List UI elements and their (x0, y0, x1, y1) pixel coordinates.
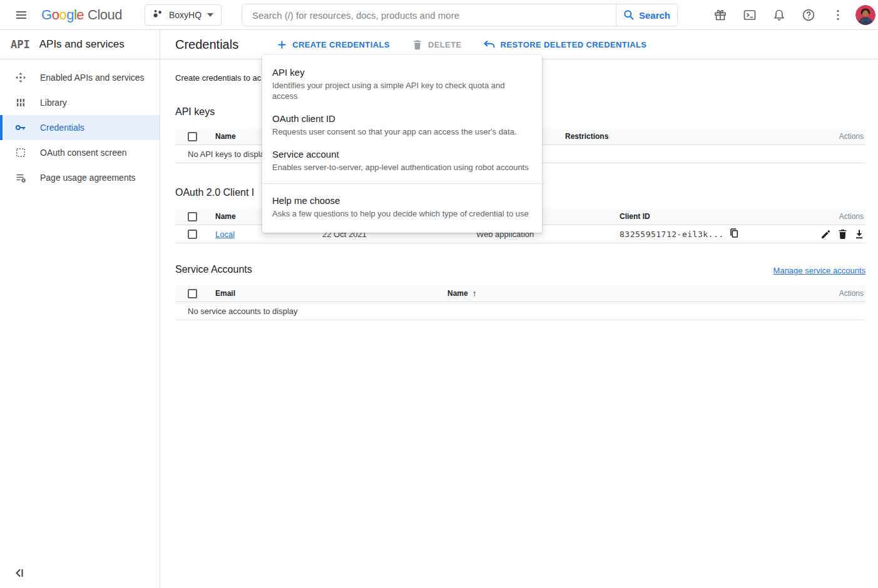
hamburger-menu-icon[interactable] (14, 8, 29, 23)
menu-item-title: OAuth client ID (272, 113, 532, 125)
search-input[interactable] (242, 4, 616, 26)
google-cloud-console: Google Cloud BoxyHQ Search (0, 0, 878, 588)
copy-icon[interactable] (729, 228, 739, 240)
menu-item-api-key[interactable]: API key Identifies your project using a … (262, 61, 542, 107)
logo-letter: g (66, 7, 74, 23)
column-header-actions: Actions (808, 132, 865, 141)
notifications-icon[interactable] (772, 8, 787, 23)
menu-divider (262, 183, 542, 184)
page-title: Credentials (175, 38, 238, 52)
service-accounts-empty-row: No service accounts to display (175, 302, 865, 320)
sidebar-item-page-usage[interactable]: Page usage agreements (0, 165, 160, 190)
more-vertical-icon[interactable] (830, 8, 845, 23)
sidebar-item-library[interactable]: Library (0, 90, 160, 115)
search-button-label: Search (639, 10, 670, 21)
top-bar-icons (713, 0, 845, 30)
google-cloud-logo[interactable]: Google Cloud (41, 7, 122, 23)
page-usage-icon (15, 172, 26, 183)
create-credentials-button[interactable]: CREATE CREDENTIALS (277, 40, 390, 49)
menu-item-title: API key (272, 66, 532, 79)
row-checkbox[interactable] (188, 230, 197, 239)
delete-button[interactable]: DELETE (412, 39, 462, 50)
sidebar-nav: Enabled APIs and services Library Creden… (0, 59, 160, 190)
column-header-client-id[interactable]: Client ID (620, 212, 795, 221)
trash-icon (412, 39, 422, 50)
api-logo-icon: API (11, 38, 30, 51)
cloud-shell-icon[interactable] (742, 8, 757, 23)
menu-item-description: Enables server-to-server, app-level auth… (272, 162, 532, 173)
restore-deleted-credentials-button[interactable]: RESTORE DELETED CREDENTIALS (483, 40, 647, 49)
sidebar-item-enabled-apis[interactable]: Enabled APIs and services (0, 65, 160, 90)
sidebar-title: APIs and services (39, 38, 125, 51)
avatar[interactable] (855, 5, 875, 25)
search-button[interactable]: Search (616, 4, 677, 26)
column-header-email[interactable]: Email (215, 289, 447, 298)
name-label: Name (447, 289, 468, 298)
logo-letter: G (41, 7, 52, 23)
sidebar-item-credentials[interactable]: Credentials (0, 115, 160, 140)
restore-label: RESTORE DELETED CREDENTIALS (501, 40, 647, 49)
top-bar: Google Cloud BoxyHQ Search (0, 0, 878, 30)
download-icon[interactable] (854, 229, 864, 240)
sidebar-item-label: Credentials (40, 123, 84, 133)
oauth-client-actions (795, 229, 865, 240)
search-icon (623, 9, 635, 21)
column-header-actions: Actions (808, 289, 865, 298)
oauth-client-name-link[interactable]: Local (215, 230, 235, 239)
menu-item-help-me-choose[interactable]: Help me choose Asks a few questions to h… (262, 189, 542, 225)
logo-letter: o (59, 7, 66, 23)
sidebar: API APIs and services Enabled APIs and s… (0, 30, 160, 588)
oauth-client-id-value: 83255951712-eil3k... (620, 230, 724, 239)
logo-cloud-text: Cloud (88, 7, 122, 23)
logo-letter: o (52, 7, 59, 23)
sidebar-header: API APIs and services (0, 30, 160, 59)
menu-item-title: Help me choose (272, 195, 532, 207)
logo-letter: e (76, 7, 84, 23)
service-accounts-empty-text: No service accounts to display (175, 307, 865, 316)
sort-asc-icon[interactable]: ↑ (472, 288, 477, 298)
collapse-sidebar-icon[interactable] (14, 567, 26, 579)
key-icon (15, 122, 26, 133)
sidebar-item-label: OAuth consent screen (40, 148, 127, 158)
menu-item-title: Service account (272, 148, 532, 161)
select-all-checkbox[interactable] (188, 132, 197, 141)
create-credentials-menu: API key Identifies your project using a … (262, 55, 542, 233)
delete-label: DELETE (428, 40, 462, 49)
sidebar-item-label: Page usage agreements (40, 173, 136, 183)
menu-item-service-account[interactable]: Service account Enables server-to-server… (262, 143, 542, 178)
delete-icon[interactable] (838, 229, 847, 240)
project-icon (153, 8, 163, 21)
service-accounts-table: Email Name ↑ Actions No service accounts… (175, 285, 865, 320)
search-box: Search (242, 4, 678, 26)
service-accounts-heading: Service Accounts (175, 264, 252, 275)
select-all-checkbox[interactable] (188, 212, 197, 221)
manage-service-accounts-link[interactable]: Manage service accounts (773, 266, 865, 275)
menu-item-oauth-client-id[interactable]: OAuth client ID Requests user consent so… (262, 107, 542, 143)
service-accounts-header-row: Service Accounts Manage service accounts (175, 264, 865, 275)
column-header-restrictions[interactable]: Restrictions (565, 132, 808, 141)
column-header-name[interactable]: Name ↑ (447, 288, 808, 298)
oauth-consent-icon (15, 147, 26, 158)
service-accounts-table-header: Email Name ↑ Actions (175, 285, 865, 302)
project-selector[interactable]: BoxyHQ (145, 4, 222, 26)
select-all-checkbox[interactable] (188, 289, 197, 298)
plus-icon (277, 40, 287, 49)
create-credentials-label: CREATE CREDENTIALS (292, 40, 390, 49)
library-icon (15, 97, 26, 108)
sidebar-item-label: Library (40, 98, 67, 108)
sidebar-item-label: Enabled APIs and services (40, 73, 145, 83)
menu-item-description: Asks a few questions to help you decide … (272, 208, 532, 219)
help-icon[interactable] (801, 8, 816, 23)
menu-item-description: Identifies your project using a simple A… (272, 80, 532, 101)
sidebar-item-oauth-consent[interactable]: OAuth consent screen (0, 140, 160, 165)
column-header-actions: Actions (795, 212, 865, 221)
menu-item-description: Requests user consent so that your app c… (272, 126, 532, 137)
gift-icon[interactable] (713, 8, 728, 23)
undo-icon (483, 40, 495, 49)
edit-icon[interactable] (820, 229, 831, 240)
chevron-down-icon (207, 13, 213, 17)
enabled-apis-icon (15, 72, 26, 83)
project-name: BoxyHQ (169, 10, 202, 20)
